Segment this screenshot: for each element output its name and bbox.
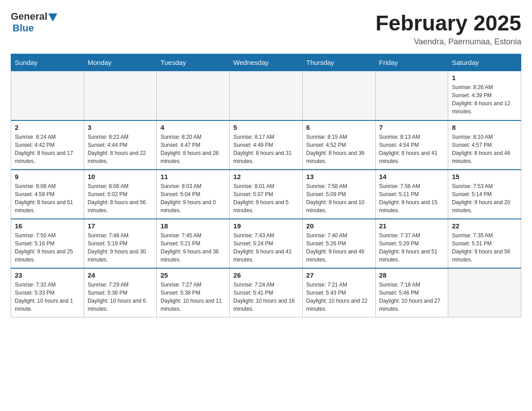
day-info: Sunrise: 7:48 AM Sunset: 5:19 PM Dayligh… <box>88 231 153 264</box>
day-number: 8 <box>452 124 517 131</box>
day-info: Sunrise: 7:45 AM Sunset: 5:21 PM Dayligh… <box>160 231 226 264</box>
logo-general-text: General <box>11 11 47 22</box>
page-header: General Blue February 2025 Vaendra, Paer… <box>11 11 521 47</box>
calendar-day-cell <box>84 71 157 120</box>
day-info: Sunrise: 8:20 AM Sunset: 4:47 PM Dayligh… <box>160 133 226 165</box>
calendar-day-cell: 17Sunrise: 7:48 AM Sunset: 5:19 PM Dayli… <box>84 219 157 268</box>
calendar-day-cell: 12Sunrise: 8:01 AM Sunset: 5:07 PM Dayli… <box>230 170 303 219</box>
day-number: 6 <box>306 124 372 131</box>
day-number: 9 <box>15 173 80 180</box>
calendar-week-row: 1Sunrise: 8:26 AM Sunset: 4:39 PM Daylig… <box>11 71 521 120</box>
day-info: Sunrise: 7:29 AM Sunset: 5:36 PM Dayligh… <box>88 281 153 313</box>
day-number: 2 <box>15 124 80 131</box>
day-info: Sunrise: 8:08 AM Sunset: 4:59 PM Dayligh… <box>15 182 80 214</box>
day-number: 28 <box>379 271 445 279</box>
calendar-day-cell <box>11 71 84 120</box>
calendar-day-cell: 28Sunrise: 7:18 AM Sunset: 5:46 PM Dayli… <box>375 268 448 317</box>
day-number: 21 <box>379 222 445 230</box>
calendar-day-cell: 20Sunrise: 7:40 AM Sunset: 5:26 PM Dayli… <box>302 219 375 268</box>
day-info: Sunrise: 7:58 AM Sunset: 5:09 PM Dayligh… <box>306 182 372 214</box>
calendar-week-row: 9Sunrise: 8:08 AM Sunset: 4:59 PM Daylig… <box>11 170 521 219</box>
calendar-day-cell: 7Sunrise: 8:13 AM Sunset: 4:54 PM Daylig… <box>375 120 448 170</box>
calendar-day-cell <box>302 71 375 120</box>
day-info: Sunrise: 8:03 AM Sunset: 5:04 PM Dayligh… <box>160 182 226 214</box>
day-info: Sunrise: 7:24 AM Sunset: 5:41 PM Dayligh… <box>233 281 299 313</box>
calendar-day-cell <box>157 71 230 120</box>
calendar-day-cell: 2Sunrise: 8:24 AM Sunset: 4:42 PM Daylig… <box>11 120 84 170</box>
calendar-day-cell: 4Sunrise: 8:20 AM Sunset: 4:47 PM Daylig… <box>157 120 230 170</box>
day-number: 24 <box>88 271 153 279</box>
day-info: Sunrise: 8:13 AM Sunset: 4:54 PM Dayligh… <box>379 133 445 165</box>
day-number: 17 <box>88 222 153 230</box>
day-info: Sunrise: 7:35 AM Sunset: 5:31 PM Dayligh… <box>452 231 517 264</box>
day-of-week-header: Wednesday <box>230 54 303 71</box>
calendar-week-row: 2Sunrise: 8:24 AM Sunset: 4:42 PM Daylig… <box>11 120 521 170</box>
day-info: Sunrise: 7:40 AM Sunset: 5:26 PM Dayligh… <box>306 231 372 264</box>
day-number: 27 <box>306 271 372 279</box>
calendar-day-cell: 16Sunrise: 7:50 AM Sunset: 5:16 PM Dayli… <box>11 219 84 268</box>
day-info: Sunrise: 8:17 AM Sunset: 4:49 PM Dayligh… <box>233 133 299 165</box>
day-info: Sunrise: 7:50 AM Sunset: 5:16 PM Dayligh… <box>15 231 80 264</box>
calendar-week-row: 23Sunrise: 7:32 AM Sunset: 5:33 PM Dayli… <box>11 268 521 317</box>
calendar-day-cell: 18Sunrise: 7:45 AM Sunset: 5:21 PM Dayli… <box>157 219 230 268</box>
day-info: Sunrise: 8:15 AM Sunset: 4:52 PM Dayligh… <box>306 133 372 165</box>
calendar-day-cell: 21Sunrise: 7:37 AM Sunset: 5:29 PM Dayli… <box>375 219 448 268</box>
calendar-day-cell: 25Sunrise: 7:27 AM Sunset: 5:38 PM Dayli… <box>157 268 230 317</box>
day-info: Sunrise: 8:24 AM Sunset: 4:42 PM Dayligh… <box>15 133 80 165</box>
day-number: 26 <box>233 271 299 279</box>
calendar-day-cell: 13Sunrise: 7:58 AM Sunset: 5:09 PM Dayli… <box>302 170 375 219</box>
day-number: 1 <box>452 74 517 81</box>
day-of-week-header: Thursday <box>302 54 375 71</box>
day-number: 3 <box>88 124 153 131</box>
calendar-day-cell <box>230 71 303 120</box>
day-of-week-header: Sunday <box>11 54 84 71</box>
calendar-day-cell: 24Sunrise: 7:29 AM Sunset: 5:36 PM Dayli… <box>84 268 157 317</box>
day-number: 19 <box>233 222 299 230</box>
title-block: February 2025 Vaendra, Paernumaa, Estoni… <box>375 11 521 47</box>
calendar-day-cell: 10Sunrise: 8:06 AM Sunset: 5:02 PM Dayli… <box>84 170 157 219</box>
day-number: 20 <box>306 222 372 230</box>
calendar-day-cell: 27Sunrise: 7:21 AM Sunset: 5:43 PM Dayli… <box>302 268 375 317</box>
day-info: Sunrise: 7:21 AM Sunset: 5:43 PM Dayligh… <box>306 281 372 313</box>
calendar-day-cell: 6Sunrise: 8:15 AM Sunset: 4:52 PM Daylig… <box>302 120 375 170</box>
day-number: 14 <box>379 173 445 180</box>
calendar-day-cell: 19Sunrise: 7:43 AM Sunset: 5:24 PM Dayli… <box>230 219 303 268</box>
calendar-day-cell: 26Sunrise: 7:24 AM Sunset: 5:41 PM Dayli… <box>230 268 303 317</box>
logo: General Blue <box>11 11 57 34</box>
calendar-day-cell: 8Sunrise: 8:10 AM Sunset: 4:57 PM Daylig… <box>448 120 521 170</box>
day-of-week-header: Monday <box>84 54 157 71</box>
calendar-table: SundayMondayTuesdayWednesdayThursdayFrid… <box>11 54 521 317</box>
day-info: Sunrise: 8:10 AM Sunset: 4:57 PM Dayligh… <box>452 133 517 165</box>
day-info: Sunrise: 8:22 AM Sunset: 4:44 PM Dayligh… <box>88 133 153 165</box>
logo-blue-text: Blue <box>13 22 34 34</box>
calendar-day-cell: 5Sunrise: 8:17 AM Sunset: 4:49 PM Daylig… <box>230 120 303 170</box>
day-info: Sunrise: 7:32 AM Sunset: 5:33 PM Dayligh… <box>15 281 80 313</box>
calendar-day-cell: 11Sunrise: 8:03 AM Sunset: 5:04 PM Dayli… <box>157 170 230 219</box>
day-info: Sunrise: 7:43 AM Sunset: 5:24 PM Dayligh… <box>233 231 299 264</box>
calendar-week-row: 16Sunrise: 7:50 AM Sunset: 5:16 PM Dayli… <box>11 219 521 268</box>
day-of-week-header: Saturday <box>448 54 521 71</box>
day-number: 22 <box>452 222 517 230</box>
day-number: 12 <box>233 173 299 180</box>
day-number: 15 <box>452 173 517 180</box>
calendar-day-cell: 14Sunrise: 7:56 AM Sunset: 5:11 PM Dayli… <box>375 170 448 219</box>
day-number: 23 <box>15 271 80 279</box>
calendar-day-cell: 3Sunrise: 8:22 AM Sunset: 4:44 PM Daylig… <box>84 120 157 170</box>
day-number: 13 <box>306 173 372 180</box>
day-info: Sunrise: 8:26 AM Sunset: 4:39 PM Dayligh… <box>452 83 517 116</box>
day-number: 18 <box>160 222 226 230</box>
day-number: 16 <box>15 222 80 230</box>
day-info: Sunrise: 7:56 AM Sunset: 5:11 PM Dayligh… <box>379 182 445 214</box>
calendar-day-cell: 9Sunrise: 8:08 AM Sunset: 4:59 PM Daylig… <box>11 170 84 219</box>
day-number: 11 <box>160 173 226 180</box>
day-number: 5 <box>233 124 299 131</box>
logo-triangle-icon <box>48 13 57 21</box>
calendar-header-row: SundayMondayTuesdayWednesdayThursdayFrid… <box>11 54 521 71</box>
calendar-day-cell <box>375 71 448 120</box>
day-number: 10 <box>88 173 153 180</box>
calendar-day-cell: 23Sunrise: 7:32 AM Sunset: 5:33 PM Dayli… <box>11 268 84 317</box>
day-info: Sunrise: 7:37 AM Sunset: 5:29 PM Dayligh… <box>379 231 445 264</box>
day-info: Sunrise: 8:01 AM Sunset: 5:07 PM Dayligh… <box>233 182 299 214</box>
day-number: 25 <box>160 271 226 279</box>
calendar-day-cell: 22Sunrise: 7:35 AM Sunset: 5:31 PM Dayli… <box>448 219 521 268</box>
